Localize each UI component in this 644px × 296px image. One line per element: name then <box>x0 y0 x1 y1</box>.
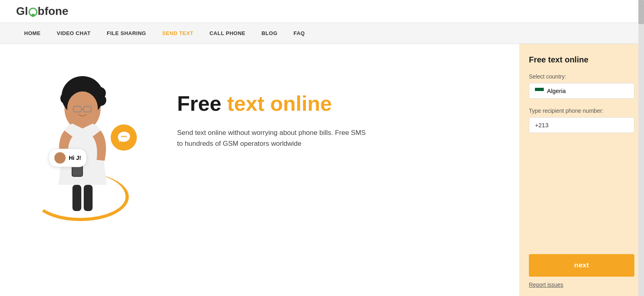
nav-item-faq[interactable]: FAQ <box>285 23 313 43</box>
nav-item-video-chat[interactable]: VIDEO CHAT <box>49 23 99 43</box>
svg-rect-17 <box>84 185 93 211</box>
report-issues-link[interactable]: Report issues <box>529 282 634 288</box>
hi-bubble-text: Hi J! <box>69 155 81 161</box>
avatar <box>54 152 66 164</box>
svg-rect-16 <box>72 185 81 211</box>
hero-subtext: Send text online without worrying about … <box>177 127 378 149</box>
next-button[interactable]: next <box>529 254 634 277</box>
logo-globe-icon <box>29 8 37 17</box>
hero-section: Hi J! Free text online Send text online … <box>0 44 519 296</box>
nav-item-home[interactable]: HOME <box>16 23 49 43</box>
nav-item-send-text[interactable]: SEND TEXT <box>154 23 201 43</box>
country-label: Select country: <box>529 73 634 80</box>
country-value: Algeria <box>547 87 566 94</box>
subtext-line1: Send text online without worrying about … <box>177 129 366 137</box>
logo-text-before: Gl <box>16 5 28 18</box>
headline-accent: text online <box>227 92 332 115</box>
message-icon <box>117 130 131 145</box>
headline-free: Free <box>177 92 227 115</box>
main-content: Hi J! Free text online Send text online … <box>0 44 644 296</box>
flag-green-stripe <box>535 88 544 91</box>
panel-title: Free text online <box>529 55 634 64</box>
algeria-flag-icon <box>535 88 544 94</box>
subtext-line2: to hundreds of GSM operators worldwide <box>177 140 301 147</box>
nav-item-call-phone[interactable]: CALL PHONE <box>201 23 253 43</box>
nav-item-blog[interactable]: BLOG <box>254 23 286 43</box>
header: Gl bfone <box>0 0 644 23</box>
main-navigation: HOME VIDEO CHAT FILE SHARING SEND TEXT C… <box>0 23 644 44</box>
nav-item-file-sharing[interactable]: FILE SHARING <box>99 23 154 43</box>
phone-label: Type recipient phone number: <box>529 108 634 114</box>
phone-input[interactable] <box>529 117 634 133</box>
country-select[interactable]: Algeria <box>529 83 634 99</box>
headline: Free text online <box>177 92 479 115</box>
svg-point-18 <box>57 153 63 159</box>
woman-figure: Hi J! <box>24 60 137 221</box>
logo[interactable]: Gl bfone <box>16 5 68 18</box>
sms-bubble-icon <box>111 124 137 151</box>
sidebar-panel: Free text online Select country: Algeria… <box>519 44 644 296</box>
scrollbar-track[interactable] <box>638 0 644 296</box>
hero-text: Free text online Send text online withou… <box>153 60 495 166</box>
hi-bubble: Hi J! <box>48 149 87 167</box>
hero-illustration: Hi J! <box>24 60 153 229</box>
flag-white-stripe <box>535 91 544 94</box>
logo-text-after: bfone <box>38 5 68 18</box>
svg-point-9 <box>67 91 98 125</box>
scrollbar-thumb[interactable] <box>638 0 644 24</box>
